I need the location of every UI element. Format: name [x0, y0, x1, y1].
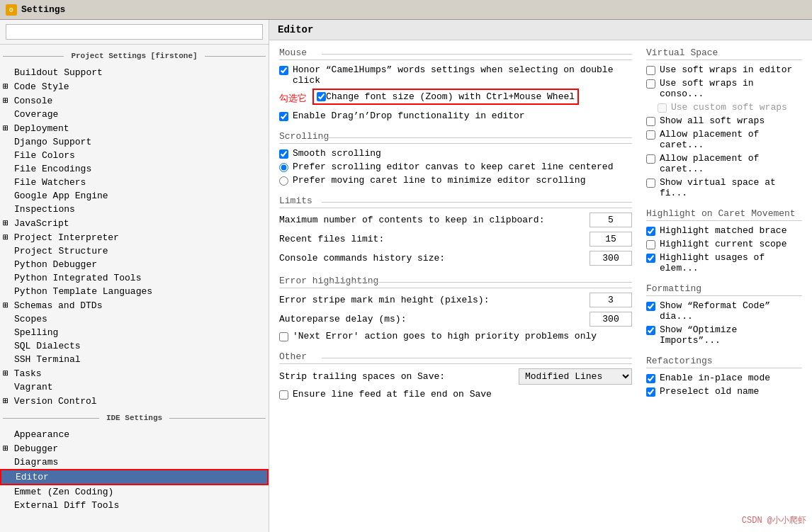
- prefer-moving-label: Prefer moving caret line to minimize edi…: [293, 175, 585, 186]
- clipboard-limit-input[interactable]: [590, 213, 632, 227]
- allow-placement-caret1-label: Allow placement of caret...: [660, 129, 802, 150]
- sidebar-item-django-support[interactable]: Django Support: [0, 135, 269, 149]
- strip-trailing-row: Strip trailing spaces on Save: None All …: [279, 368, 632, 385]
- virtual-space-title: Virtual Space: [646, 47, 802, 60]
- console-history-input[interactable]: [590, 251, 632, 266]
- sidebar-item-file-encodings[interactable]: File Encodings: [0, 162, 269, 176]
- next-error-row: 'Next Error' action goes to high priorit…: [279, 331, 632, 341]
- clipboard-limit-label: Maximum number of contents to keep in cl…: [279, 215, 590, 225]
- sidebar-item-python-template-languages[interactable]: Python Template Languages: [0, 285, 269, 298]
- sidebar-item-buildout[interactable]: Buildout Support: [0, 66, 269, 79]
- highlight-current-scope-label: Highlight current scope: [660, 239, 786, 249]
- highlight-usages-checkbox[interactable]: [646, 254, 655, 263]
- custom-soft-wraps-checkbox[interactable]: [658, 103, 667, 113]
- sidebar-item-console[interactable]: ⊞ Console: [0, 94, 269, 108]
- sidebar-item-python-integrated-tools[interactable]: Python Integrated Tools: [0, 271, 269, 285]
- smooth-scrolling-checkbox[interactable]: [279, 149, 288, 159]
- sidebar-item-scopes[interactable]: Scopes: [0, 312, 269, 326]
- allow-placement-caret1-checkbox[interactable]: [646, 130, 655, 140]
- show-all-soft-wraps-label: Show all soft wraps: [660, 115, 765, 126]
- show-all-soft-wraps-checkbox[interactable]: [646, 117, 655, 126]
- sidebar-item-file-colors[interactable]: File Colors: [0, 149, 269, 162]
- prefer-scrolling-radio[interactable]: [279, 163, 288, 172]
- highlight-usages-label: Highlight usages of elem...: [660, 252, 802, 273]
- show-optimize-imports-checkbox[interactable]: [646, 326, 655, 335]
- custom-soft-wraps-label: Use custom soft wraps: [671, 102, 787, 113]
- sidebar-item-debugger[interactable]: ⊞ Debugger: [0, 441, 269, 455]
- strip-trailing-select[interactable]: None All Modified Lines: [519, 368, 632, 385]
- sidebar-item-inspections[interactable]: Inspections: [0, 203, 269, 216]
- recent-files-input[interactable]: [590, 232, 632, 247]
- soft-wraps-editor-checkbox[interactable]: [646, 66, 655, 75]
- camel-humps-checkbox[interactable]: [279, 66, 288, 75]
- sidebar-item-project-interpreter[interactable]: ⊞ Project Interpreter: [0, 230, 269, 244]
- show-reformat-checkbox[interactable]: [646, 302, 655, 311]
- highlight-brace-checkbox[interactable]: [646, 227, 655, 236]
- custom-soft-wraps-row: Use custom soft wraps: [646, 102, 802, 113]
- console-history-label: Console commands history size:: [279, 253, 590, 264]
- soft-wraps-editor-row: Use soft wraps in editor: [646, 64, 802, 75]
- sidebar-item-vagrant[interactable]: Vagrant: [0, 380, 269, 394]
- search-bar[interactable]: [0, 20, 269, 45]
- drag-n-drop-row: Enable Drag’n’Drop functionality in edit…: [279, 111, 632, 121]
- sidebar: Project Settings [firstone] Buildout Sup…: [0, 20, 269, 532]
- strip-trailing-label: Strip trailing spaces on Save:: [279, 371, 519, 382]
- sidebar-item-version-control[interactable]: ⊞ Version Control: [0, 394, 269, 408]
- ide-section-label: IDE Settings: [106, 411, 162, 425]
- sidebar-item-google-app-engine[interactable]: Google App Engine: [0, 189, 269, 203]
- project-section-label: Project Settings [firstone]: [71, 49, 197, 63]
- preselect-old-name-row: Preselect old name: [646, 386, 802, 397]
- prefer-moving-radio[interactable]: [279, 176, 288, 186]
- sidebar-item-sql-dialects[interactable]: SQL Dialects: [0, 339, 269, 353]
- ensure-line-feed-label: Ensure line feed at file end on Save: [293, 389, 492, 400]
- ensure-line-feed-row: Ensure line feed at file end on Save: [279, 389, 632, 400]
- other-section-title: Other: [279, 351, 632, 364]
- drag-n-drop-checkbox[interactable]: [279, 112, 288, 121]
- sidebar-item-tasks[interactable]: ⊞ Tasks: [0, 366, 269, 380]
- soft-wraps-console-checkbox[interactable]: [646, 79, 655, 89]
- sidebar-item-schemas-dtds[interactable]: ⊞ Schemas and DTDs: [0, 298, 269, 312]
- sidebar-item-ssh-terminal[interactable]: SSH Terminal: [0, 353, 269, 366]
- search-input[interactable]: [6, 24, 263, 40]
- sidebar-item-editor[interactable]: Editor: [0, 469, 269, 485]
- mouse-section: Mouse Honor “CamelHumps” words settings …: [279, 47, 632, 121]
- sidebar-item-python-debugger[interactable]: Python Debugger: [0, 258, 269, 271]
- other-section: Other Strip trailing spaces on Save: Non…: [279, 351, 632, 400]
- show-virtual-space-checkbox[interactable]: [646, 179, 655, 188]
- highlight-current-scope-row: Highlight current scope: [646, 239, 802, 249]
- content-header: Editor: [269, 20, 812, 40]
- watermark-text: CSDN @小小爬虾: [742, 514, 806, 526]
- sidebar-item-javascript[interactable]: ⊞ JavaScript: [0, 216, 269, 230]
- sidebar-item-deployment[interactable]: ⊞ Deployment: [0, 121, 269, 135]
- ensure-line-feed-checkbox[interactable]: [279, 390, 288, 400]
- show-optimize-imports-row: Show “Optimize Imports”...: [646, 324, 802, 346]
- next-error-checkbox[interactable]: [279, 332, 288, 341]
- autoreparse-input[interactable]: [590, 312, 632, 327]
- font-size-zoom-checkbox[interactable]: [317, 92, 326, 101]
- sidebar-item-emmet[interactable]: Emmet (Zen Coding): [0, 485, 269, 499]
- sidebar-item-appearance[interactable]: Appearance: [0, 428, 269, 441]
- allow-placement-caret2-checkbox[interactable]: [646, 154, 655, 164]
- soft-wraps-console-row: Use soft wraps in conso...: [646, 78, 802, 99]
- sidebar-item-spelling[interactable]: Spelling: [0, 326, 269, 339]
- sidebar-item-file-watchers[interactable]: File Watchers: [0, 176, 269, 189]
- sidebar-item-coverage[interactable]: Coverage: [0, 108, 269, 121]
- error-stripe-input[interactable]: [590, 293, 632, 307]
- sidebar-item-external-diff-tools[interactable]: External Diff Tools: [0, 499, 269, 512]
- right-column: Virtual Space Use soft wraps in editor U…: [646, 47, 802, 525]
- prefer-scrolling-label: Prefer scrolling editor canvas to keep c…: [293, 162, 613, 172]
- sidebar-item-diagrams[interactable]: Diagrams: [0, 455, 269, 469]
- sidebar-item-project-structure[interactable]: Project Structure: [0, 244, 269, 258]
- sidebar-item-code-style[interactable]: ⊞ Code Style: [0, 79, 269, 94]
- smooth-scrolling-label: Smooth scrolling: [293, 148, 381, 159]
- error-stripe-label: Error stripe mark min height (pixels):: [279, 295, 590, 305]
- highlight-current-scope-checkbox[interactable]: [646, 240, 655, 249]
- error-highlighting-section: Error highlighting Error stripe mark min…: [279, 276, 632, 341]
- recent-files-label: Recent files limit:: [279, 234, 590, 244]
- refactorings-section: Refactorings Enable in-place mode Presel…: [646, 356, 802, 397]
- window-title: Settings: [21, 4, 65, 15]
- preselect-old-name-checkbox[interactable]: [646, 387, 655, 397]
- enable-inplace-checkbox[interactable]: [646, 374, 655, 383]
- prefer-scrolling-row: Prefer scrolling editor canvas to keep c…: [279, 162, 632, 172]
- camel-humps-label: Honor “CamelHumps” words settings when s…: [293, 64, 632, 86]
